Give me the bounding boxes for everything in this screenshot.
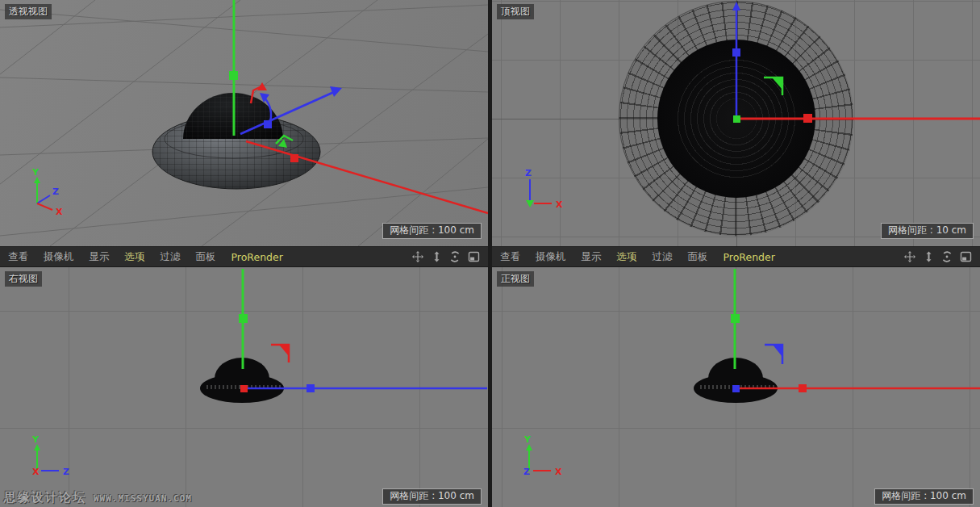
triad-y-arrow xyxy=(34,177,40,183)
pan-icon[interactable] xyxy=(411,250,424,263)
menu-filter[interactable]: 过滤 xyxy=(653,250,673,264)
rotate-band-x[interactable] xyxy=(271,345,289,362)
gizmo-x-handle[interactable] xyxy=(290,154,298,162)
triad-y-arrow xyxy=(34,444,40,450)
watermark-site-url: WWW.MISSYUAN.COM xyxy=(94,493,192,504)
menu-view[interactable]: 查看 xyxy=(8,250,28,264)
gizmo-z-handle[interactable] xyxy=(732,48,740,57)
viewport-right[interactable]: Y X Z 右视图 网格间距 : 100 cm xyxy=(0,267,488,507)
toggle-viewport-icon[interactable] xyxy=(467,250,480,263)
menu-camera[interactable]: 摄像机 xyxy=(536,250,566,264)
grid-spacing-top: 网格间距 : 10 cm xyxy=(881,223,974,239)
axis-triad-perspective: Y Z X xyxy=(20,166,77,222)
axis-y-label: Y xyxy=(31,167,40,178)
grid-spacing-perspective: 网格间距 : 100 cm xyxy=(382,223,482,239)
gizmo-x-handle[interactable] xyxy=(799,384,807,392)
menu-display[interactable]: 显示 xyxy=(582,250,602,264)
axis-z-label: Z xyxy=(63,467,69,477)
viewport-label-top: 顶视图 xyxy=(497,4,534,19)
axis-y-label: Y xyxy=(523,434,532,445)
gizmo-x-handle[interactable] xyxy=(240,385,248,392)
triad-y-arrow xyxy=(526,444,532,450)
axis-x-label: X xyxy=(32,467,40,477)
rotate-icon[interactable] xyxy=(940,250,953,263)
gizmo-z-arrowhead xyxy=(732,2,740,10)
menu-display[interactable]: 显示 xyxy=(90,250,110,264)
axis-z-label: Z xyxy=(525,168,532,178)
viewport-menubar-left: 查看 摄像机 显示 选项 过滤 面板 ProRender xyxy=(0,246,488,267)
c4d-four-view-layout: Y Z X 透视视图 网格间距 : 100 cm xyxy=(0,0,980,507)
menu-options[interactable]: 选项 xyxy=(125,250,145,264)
axis-x-label: X xyxy=(555,467,562,477)
gizmo-y-handle[interactable] xyxy=(239,314,248,323)
menu-panel[interactable]: 面板 xyxy=(688,250,708,264)
zoom-icon[interactable] xyxy=(922,250,935,263)
grid-spacing-front: 网格间距 : 100 cm xyxy=(874,488,974,505)
zoom-icon[interactable] xyxy=(430,250,443,263)
gizmo-z-handle[interactable] xyxy=(732,385,740,392)
gizmo-x-handle[interactable] xyxy=(803,114,812,123)
viewport-front[interactable]: Y Z X 正视图 网格间距 : 100 cm xyxy=(492,267,980,507)
axis-triad-top: Z X xyxy=(513,166,569,222)
viewport-label-perspective: 透视视图 xyxy=(5,4,52,19)
gizmo-z-arrowhead xyxy=(330,86,342,97)
pan-icon[interactable] xyxy=(903,250,916,263)
rotate-band-y[interactable] xyxy=(764,78,782,95)
axis-x-label: X xyxy=(56,207,63,217)
watermark: 思缘设计论坛 WWW.MISSYUAN.COM xyxy=(4,490,192,505)
axis-z-label: Z xyxy=(523,467,530,477)
viewport-nav-tools xyxy=(411,250,480,263)
gizmo-y-handle[interactable] xyxy=(733,115,740,123)
axis-triad-front: Y Z X xyxy=(509,432,565,488)
axis-z-label: Z xyxy=(52,186,59,197)
menu-filter[interactable]: 过滤 xyxy=(161,250,181,264)
triad-y-arrow xyxy=(526,200,534,207)
viewport-label-right: 右视图 xyxy=(5,271,42,287)
axis-triad-right: Y X Z xyxy=(20,432,77,488)
toggle-viewport-icon[interactable] xyxy=(959,250,972,263)
menu-camera[interactable]: 摄像机 xyxy=(44,250,74,264)
gizmo-z-handle[interactable] xyxy=(307,384,315,392)
axis-y-label: Y xyxy=(31,434,40,445)
menu-view[interactable]: 查看 xyxy=(500,250,520,264)
menu-options[interactable]: 选项 xyxy=(617,250,637,264)
menu-prorender[interactable]: ProRender xyxy=(231,251,283,263)
ufo-saucer-mesh[interactable] xyxy=(152,93,320,189)
rotate-band-z[interactable] xyxy=(765,345,782,364)
viewport-menubar-right: 查看 摄像机 显示 选项 过滤 面板 ProRender xyxy=(492,246,980,267)
grid-spacing-right: 网格间距 : 100 cm xyxy=(382,488,482,505)
viewport-top[interactable]: Z X 顶视图 网格间距 : 10 cm xyxy=(492,0,980,246)
rotate-icon[interactable] xyxy=(448,250,461,263)
viewport-nav-tools xyxy=(903,250,972,263)
menu-panel[interactable]: 面板 xyxy=(196,250,216,264)
watermark-site-name: 思缘设计论坛 xyxy=(4,490,86,505)
viewport-label-front: 正视图 xyxy=(497,271,534,287)
viewport-perspective[interactable]: Y Z X 透视视图 网格间距 : 100 cm xyxy=(0,0,488,246)
gizmo-y-handle[interactable] xyxy=(731,314,740,323)
menu-prorender[interactable]: ProRender xyxy=(724,251,775,263)
axis-x-label: X xyxy=(556,199,563,210)
gizmo-y-handle[interactable] xyxy=(229,71,238,80)
